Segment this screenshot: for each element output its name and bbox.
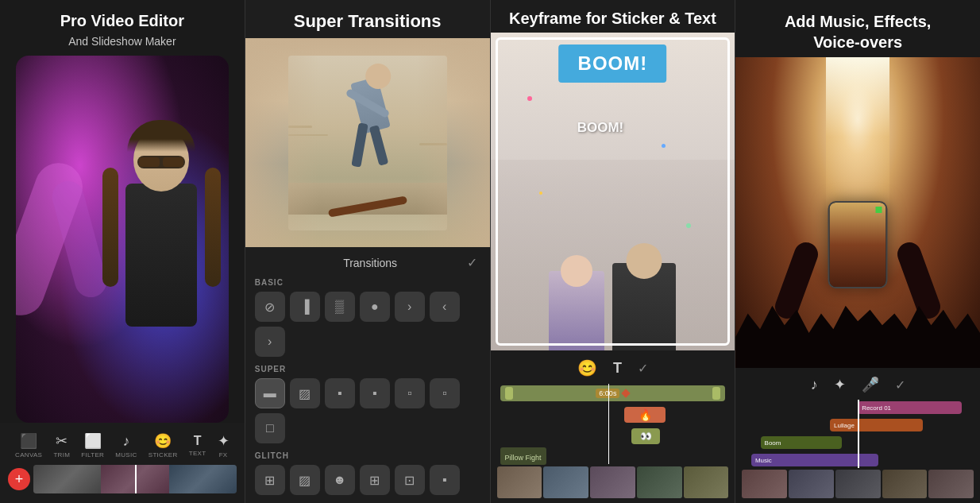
kf-handle-right[interactable] — [712, 387, 720, 400]
timeline-strip: + — [3, 462, 241, 497]
filter-icon: ⬜ — [84, 432, 102, 450]
music-thumb-5 — [928, 470, 974, 498]
kf-vid-thumb-5 — [684, 466, 729, 498]
eyes-sticker: 👀 — [640, 431, 652, 442]
timeline-thumb-1 — [33, 465, 101, 493]
tool-text[interactable]: T TEXT — [189, 434, 206, 457]
panel-1-title-area: Pro Video Editor And Slideshow Maker — [0, 0, 245, 56]
confetti-1 — [527, 96, 532, 101]
pillow-fight-label: Pillow Fight — [505, 454, 542, 462]
tool-fx[interactable]: ✦ FX — [218, 432, 230, 459]
girl-head — [133, 128, 189, 192]
kf-handle-left[interactable] — [505, 387, 513, 400]
concert-background — [735, 57, 980, 368]
emoji-icon[interactable]: 😊 — [577, 358, 597, 377]
kf-vid-thumb-2 — [543, 466, 588, 498]
super-icons-row: ▬ ▨ ▪ ▪ ▫ ▫ □ — [252, 375, 484, 447]
panel-1-phone-frame — [16, 56, 229, 423]
tool-trim[interactable]: ✂ TRIM — [53, 432, 70, 459]
girl-silhouette — [95, 128, 229, 350]
girl-hair — [127, 120, 195, 152]
super-section: SUPER ▬ ▨ ▪ ▪ ▫ ▫ □ — [252, 363, 484, 447]
trans-wipe[interactable]: ▐ — [290, 292, 320, 322]
music-vid-thumbs — [742, 470, 974, 498]
transitions-header: Transitions ✓ — [252, 252, 484, 273]
boom-scene: BOOM! BOOM! — [491, 33, 735, 350]
sunglasses — [137, 156, 185, 168]
tool-icons-row: ⬛ CANVAS ✂ TRIM ⬜ FILTER ♪ MUSIC 😊 STICK… — [3, 429, 241, 462]
fire-sticker: 🔥 — [639, 408, 652, 421]
girl-hair-left — [102, 168, 118, 287]
super-label: SUPER — [252, 363, 484, 375]
kf-vid-thumb-3 — [590, 466, 635, 498]
skater-scene — [245, 38, 490, 247]
kf-icons-row: 😊 T ✓ — [497, 355, 729, 381]
basic-icons-row: ⊘ ▐ ▒ ● › ‹ › — [252, 288, 484, 360]
concert-scene — [735, 57, 980, 368]
boom-sticker-secondary: BOOM! — [577, 120, 624, 136]
tool-canvas[interactable]: ⬛ CANVAS — [15, 432, 42, 459]
panel-1-title: Pro Video Editor And Slideshow Maker — [13, 11, 232, 49]
glitch-trans-5[interactable]: ⊡ — [395, 465, 425, 495]
girl-body — [125, 184, 197, 327]
arm-left — [772, 239, 821, 322]
tool-filter[interactable]: ⬜ FILTER — [81, 432, 104, 459]
music-title-area: Add Music, Effects, Voice-overs — [735, 0, 980, 57]
timeline-thumbnails[interactable] — [33, 465, 237, 493]
spotlight — [826, 57, 889, 216]
super-trans-4[interactable]: ▪ — [360, 378, 390, 408]
effects-star-icon[interactable]: ✦ — [834, 376, 846, 393]
tool-music[interactable]: ♪ MUSIC — [115, 433, 137, 459]
glitch-trans-2[interactable]: ▨ — [290, 465, 320, 495]
record-indicator — [876, 207, 882, 213]
phone-in-hands — [828, 201, 888, 288]
trans-push-right[interactable]: › — [395, 292, 425, 322]
trans-push-right-2[interactable]: › — [255, 327, 285, 357]
blur-overlay — [245, 38, 490, 247]
kf-timestamp: 6:00s — [596, 389, 619, 398]
music-check-icon[interactable]: ✓ — [895, 377, 905, 393]
boom-background: BOOM! BOOM! — [491, 33, 735, 350]
trans-circle[interactable]: ● — [360, 292, 390, 322]
trans-push-left[interactable]: ‹ — [430, 292, 460, 322]
transitions-label: Transitions — [274, 257, 467, 269]
confetti-2 — [662, 144, 666, 148]
music-timeline-line — [858, 400, 859, 468]
kf-main-track: 6:00s — [497, 384, 729, 403]
basic-section: BASIC ⊘ ▐ ▒ ● › ‹ › — [252, 277, 484, 360]
panel-music: Add Music, Effects, Voice-overs ♪ — [735, 0, 980, 503]
sticker-icon: 😊 — [154, 432, 172, 450]
phone-screen-content — [830, 203, 886, 287]
trans-none[interactable]: ⊘ — [255, 292, 285, 322]
timeline-cursor — [135, 465, 137, 493]
kf-sticker-track-2: 👀 — [497, 427, 729, 446]
text-icon: T — [194, 434, 202, 448]
glitch-trans-6[interactable]: ▪ — [430, 465, 460, 495]
super-trans-5[interactable]: ▫ — [395, 378, 425, 408]
kf-timeline: 😊 T ✓ 6:00s 🔥 — [491, 350, 735, 503]
timeline-thumb-3 — [169, 465, 237, 493]
glitch-trans-4[interactable]: ⊞ — [360, 465, 390, 495]
keyframe-heading: Keyframe for Sticker & Text — [504, 10, 723, 28]
toolbar-bottom: ⬛ CANVAS ✂ TRIM ⬜ FILTER ♪ MUSIC 😊 STICK… — [0, 423, 245, 503]
tool-sticker[interactable]: 😊 STICKER — [149, 432, 178, 459]
person-2 — [612, 263, 676, 350]
super-trans-7[interactable]: □ — [255, 413, 285, 443]
super-trans-6[interactable]: ▫ — [430, 378, 460, 408]
text-tool-icon[interactable]: T — [613, 360, 622, 377]
music-icon: ♪ — [122, 433, 129, 450]
music-thumb-3 — [835, 470, 881, 498]
trans-dissolve[interactable]: ▒ — [325, 292, 355, 322]
mic-icon[interactable]: 🎤 — [862, 376, 879, 393]
panel-keyframe: Keyframe for Sticker & Text BOOM! BOOM! — [490, 0, 735, 503]
super-trans-1[interactable]: ▬ — [255, 378, 285, 408]
kf-check-icon[interactable]: ✓ — [638, 361, 648, 376]
glitch-trans-3[interactable]: ☻ — [325, 465, 355, 495]
people-area — [491, 160, 735, 350]
super-trans-2[interactable]: ▨ — [290, 378, 320, 408]
transitions-check-icon[interactable]: ✓ — [467, 255, 477, 270]
music-note-icon[interactable]: ♪ — [811, 377, 818, 393]
glitch-trans-1[interactable]: ⊞ — [255, 465, 285, 495]
add-clip-button[interactable]: + — [8, 468, 30, 490]
super-trans-3[interactable]: ▪ — [325, 378, 355, 408]
